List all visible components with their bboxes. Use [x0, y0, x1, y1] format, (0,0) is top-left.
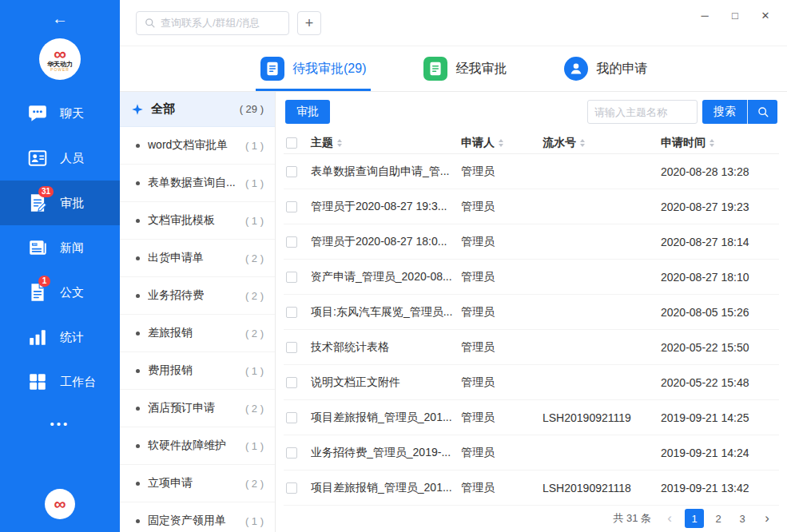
- maximize-button[interactable]: □: [720, 0, 750, 30]
- row-checkbox[interactable]: [286, 342, 297, 353]
- category-count: ( 1 ): [240, 177, 264, 189]
- cell-time: 2020-05-22 15:48: [661, 376, 779, 389]
- search-icon: [757, 105, 769, 118]
- search-icon-button[interactable]: [747, 100, 777, 124]
- sidebar-item-people[interactable]: 人员: [0, 136, 120, 181]
- checkbox-cell: [284, 137, 311, 149]
- tab-pending[interactable]: 待我审批(29): [260, 46, 366, 91]
- checkbox-cell: [284, 482, 311, 494]
- sidebar-item-docs[interactable]: 1公文: [0, 270, 120, 315]
- minimize-button[interactable]: ─: [690, 0, 720, 30]
- column-label: 主题: [311, 136, 333, 150]
- row-checkbox[interactable]: [286, 236, 297, 248]
- checkbox-cell: [284, 377, 311, 388]
- search-button[interactable]: 搜索: [702, 100, 747, 124]
- category-item[interactable]: 酒店预订申请( 2 ): [120, 390, 275, 427]
- sidebar-item-news[interactable]: NEW新闻: [0, 225, 120, 270]
- row-checkbox[interactable]: [286, 307, 297, 318]
- prev-page-button[interactable]: ‹: [661, 509, 678, 528]
- contact-search-input[interactable]: [161, 17, 281, 29]
- cell-applicant: 管理员: [461, 481, 543, 495]
- cell-subject: 业务招待费_管理员_2019-...: [311, 446, 461, 460]
- sidebar-item-label: 公文: [60, 285, 84, 300]
- category-item[interactable]: word文档审批单( 1 ): [120, 127, 275, 165]
- more-menu-button[interactable]: •••: [0, 417, 120, 431]
- approve-button[interactable]: 审批: [285, 100, 330, 124]
- total-count-label: 共 31 条: [613, 511, 651, 526]
- sort-icon[interactable]: [709, 139, 714, 147]
- table-row[interactable]: 技术部统计表格管理员2020-05-22 15:50: [284, 330, 779, 365]
- sort-icon[interactable]: [337, 139, 342, 147]
- table-row[interactable]: 资产申请_管理员_2020-08...管理员2020-08-27 18:10: [284, 260, 779, 295]
- column-header[interactable]: 申请时间: [661, 136, 779, 150]
- topbar: + ─ □ ✕: [120, 0, 787, 46]
- category-label: 差旅报销: [148, 326, 193, 340]
- bullet-dot: [136, 144, 140, 148]
- cell-applicant: 管理员: [461, 305, 543, 320]
- row-checkbox[interactable]: [286, 482, 297, 494]
- add-button[interactable]: +: [297, 11, 321, 35]
- checkbox-cell: [284, 342, 311, 353]
- row-checkbox[interactable]: [286, 166, 297, 177]
- close-button[interactable]: ✕: [750, 0, 781, 30]
- page-button-1[interactable]: 1: [685, 509, 704, 528]
- subject-search-input[interactable]: [587, 100, 698, 124]
- sidebar-item-chat[interactable]: 聊天: [0, 91, 120, 136]
- checkbox-cell: [284, 447, 311, 459]
- table-row[interactable]: 项目:东风汽车展览_管理员...管理员2020-08-05 15:26: [284, 295, 779, 330]
- cell-subject: 说明文档正文附件: [311, 375, 461, 390]
- category-panel: 全部 ( 29 ) word文档审批单( 1 )表单数据查询自...( 1 )文…: [120, 92, 276, 532]
- category-item[interactable]: 文档审批模板( 1 ): [120, 202, 275, 240]
- bottom-logo-icon[interactable]: ∞: [45, 489, 75, 519]
- tab-reviewed[interactable]: 经我审批: [423, 46, 507, 91]
- table-row[interactable]: 表单数据查询自助申请_管...管理员2020-08-28 13:28: [284, 154, 779, 189]
- table-row[interactable]: 管理员于2020-08-27 18:0...管理员2020-08-27 18:1…: [284, 224, 779, 260]
- table-row[interactable]: 管理员于2020-08-27 19:3...管理员2020-08-27 19:2…: [284, 189, 779, 224]
- category-item[interactable]: 出货申请单( 2 ): [120, 240, 275, 277]
- category-item[interactable]: 业务招待费( 2 ): [120, 277, 275, 315]
- next-page-button[interactable]: ›: [758, 509, 776, 528]
- chat-icon: [27, 103, 48, 124]
- page-button-3[interactable]: 3: [733, 509, 752, 528]
- tab-my-applications[interactable]: 我的申请: [564, 46, 647, 91]
- reviewed-approval-icon: [423, 57, 447, 81]
- category-item[interactable]: 软硬件故障维护( 1 ): [120, 427, 275, 465]
- pagination: 共 31 条 ‹ 123 ›: [284, 506, 779, 531]
- page-button-2[interactable]: 2: [709, 509, 728, 528]
- row-checkbox[interactable]: [286, 412, 297, 423]
- table-row[interactable]: 项目差旅报销_管理员_201...管理员LSH201909211192019-0…: [284, 400, 779, 435]
- row-checkbox[interactable]: [286, 201, 297, 212]
- sidebar-item-stats[interactable]: 统计: [0, 315, 120, 359]
- row-checkbox[interactable]: [286, 272, 297, 283]
- category-item[interactable]: 费用报销( 1 ): [120, 352, 275, 390]
- table-row[interactable]: 说明文档正文附件管理员2020-05-22 15:48: [284, 365, 779, 400]
- column-header[interactable]: 流水号: [543, 136, 661, 150]
- category-label: 出货申请单: [148, 251, 204, 265]
- contact-search[interactable]: [136, 11, 289, 35]
- back-button[interactable]: ←: [0, 0, 120, 37]
- table-row[interactable]: 项目差旅报销_管理员_201...管理员LSH201909211182019-0…: [284, 470, 779, 506]
- cell-applicant: 管理员: [461, 270, 543, 284]
- sort-icon[interactable]: [499, 139, 503, 147]
- column-header[interactable]: 主题: [311, 136, 461, 150]
- category-item[interactable]: 立项申请( 2 ): [120, 465, 275, 502]
- sidebar-item-workbench[interactable]: 工作台: [0, 359, 120, 404]
- sort-icon[interactable]: [580, 139, 585, 147]
- row-checkbox[interactable]: [286, 447, 297, 459]
- category-item[interactable]: 差旅报销( 2 ): [120, 315, 275, 352]
- all-categories-icon: [131, 103, 144, 116]
- category-item[interactable]: 固定资产领用单( 1 ): [120, 502, 275, 532]
- cell-time: 2020-08-28 13:28: [661, 165, 779, 178]
- row-checkbox[interactable]: [286, 377, 297, 388]
- category-item[interactable]: 表单数据查询自...( 1 ): [120, 165, 275, 202]
- table-row[interactable]: 业务招待费_管理员_2019-...管理员2019-09-21 14:24: [284, 435, 779, 470]
- column-header[interactable]: 申请人: [461, 136, 543, 150]
- sidebar-item-approval[interactable]: 31审批: [0, 181, 120, 225]
- category-all-count: ( 29 ): [240, 103, 264, 115]
- select-all-checkbox[interactable]: [286, 137, 297, 149]
- category-item-all[interactable]: 全部 ( 29 ): [120, 92, 275, 127]
- cell-time: 2020-08-27 18:10: [661, 271, 779, 284]
- cell-time: 2019-09-21 14:24: [661, 447, 779, 459]
- category-label: 业务招待费: [148, 288, 204, 303]
- logo-subtitle: POWER: [50, 68, 70, 72]
